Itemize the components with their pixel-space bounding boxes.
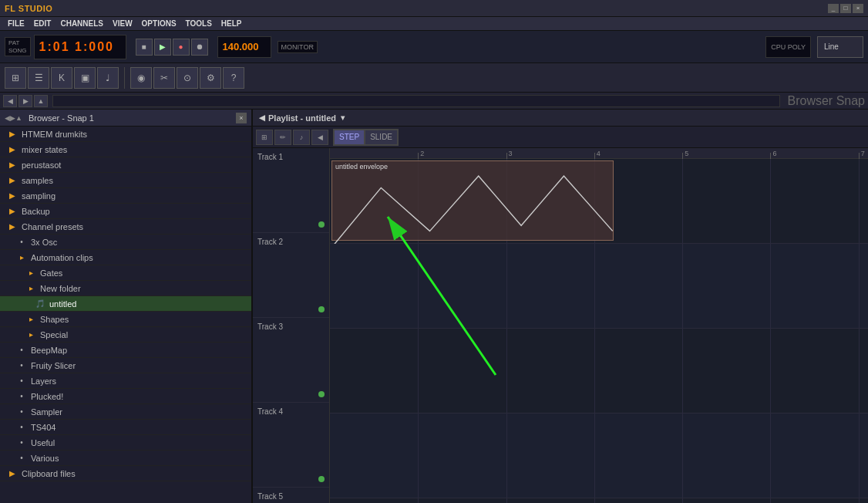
browser-item-icon-5: ▶ xyxy=(6,205,19,218)
track-row-3[interactable] xyxy=(330,414,868,498)
search-bar[interactable] xyxy=(52,95,780,107)
menu-item-help[interactable]: HELP xyxy=(217,19,247,29)
track-label-2: Track 3 xyxy=(253,318,329,403)
tool-mixer-btn[interactable]: ⊞ xyxy=(5,67,26,89)
step-btn[interactable]: STEP xyxy=(334,130,365,145)
play-btn[interactable]: ▶ xyxy=(154,39,171,56)
track-label-text-1: Track 2 xyxy=(257,238,283,246)
browser-item-20[interactable]: •Useful xyxy=(0,435,251,451)
browser-item-label-7: 3x Osc xyxy=(31,238,57,247)
sub-toolbar: ◀ ▶ ▲ Browser Snap xyxy=(0,93,868,110)
track-label-text-2: Track 3 xyxy=(257,322,283,331)
browser-item-icon-18: • xyxy=(15,406,28,418)
grid-line-1-5 xyxy=(770,244,771,328)
tool-browser-btn[interactable]: ▣ xyxy=(74,67,96,89)
browser-item-icon-15: • xyxy=(15,360,28,372)
sub-nav-up[interactable]: ▲ xyxy=(34,95,48,107)
tool-plugin-btn[interactable]: ♩ xyxy=(97,67,119,89)
browser-item-14[interactable]: •BeepMap xyxy=(0,343,251,358)
menu-item-options[interactable]: OPTIONS xyxy=(137,19,181,29)
app-title: FL STUDIO xyxy=(5,4,52,13)
track-label-3: Track 4 xyxy=(253,403,329,488)
slide-btn[interactable]: SLIDE xyxy=(365,130,398,145)
tool-slice-btn[interactable]: ✂ xyxy=(153,67,175,89)
envelope-clip-label: untitled envelope xyxy=(335,163,388,170)
browser-item-19[interactable]: •TS404 xyxy=(0,420,251,435)
grid-line-0-5 xyxy=(770,159,771,243)
close-btn[interactable]: × xyxy=(853,4,863,13)
browser-item-label-4: sampling xyxy=(22,191,56,201)
menu-item-channels[interactable]: CHANNELS xyxy=(56,19,108,29)
track-row-4[interactable] xyxy=(330,498,868,503)
menu-item-view[interactable]: VIEW xyxy=(108,19,137,29)
tool-record-btn[interactable]: ◉ xyxy=(130,67,152,89)
browser-item-21[interactable]: •Various xyxy=(0,451,251,466)
browser-item-18[interactable]: •Sampler xyxy=(0,404,251,420)
sub-nav-prev[interactable]: ◀ xyxy=(3,95,17,107)
envelope-clip[interactable]: untitled envelope xyxy=(331,160,614,241)
browser-item-6[interactable]: ▶Channel presets xyxy=(0,219,251,235)
browser-item-label-8: Automation clips xyxy=(31,253,93,262)
browser-item-0[interactable]: ▶HTMEM drumkits xyxy=(0,127,251,142)
tool-channels-btn[interactable]: ☰ xyxy=(28,67,49,89)
track-label-text-0: Track 1 xyxy=(257,153,283,161)
browser-item-22[interactable]: ▶Clipboard files xyxy=(0,466,251,481)
left-btn[interactable]: ◀ xyxy=(311,130,328,145)
grid-line-4-4 xyxy=(682,498,683,503)
browser-item-16[interactable]: •Layers xyxy=(0,373,251,389)
browser-close-btn[interactable]: × xyxy=(236,113,247,123)
snap-btn[interactable]: ⊞ xyxy=(256,130,273,145)
title-bar: FL STUDIO _ □ × xyxy=(0,0,868,17)
browser-item-13[interactable]: ▸Special xyxy=(0,327,251,343)
menu-item-edit[interactable]: EDIT xyxy=(29,19,56,29)
window-controls: _ □ × xyxy=(828,4,863,13)
timeline-ruler: 234567 xyxy=(330,148,868,159)
browser-item-9[interactable]: ▸Gates xyxy=(0,265,251,281)
browser-item-label-13: Special xyxy=(40,330,68,339)
browser-item-1[interactable]: ▶mixer states xyxy=(0,142,251,157)
browser-tree: ▶HTMEM drumkits▶mixer states▶perustasot▶… xyxy=(0,127,251,503)
record-stop-btn[interactable]: ⏺ xyxy=(191,39,208,56)
grid-line-2-5 xyxy=(770,329,771,413)
browser-item-icon-10: ▸ xyxy=(25,282,37,295)
browser-item-7[interactable]: •3x Osc xyxy=(0,235,251,250)
track-row-0[interactable]: untitled envelope xyxy=(330,159,868,244)
menu-item-file[interactable]: FILE xyxy=(3,19,29,29)
browser-item-label-9: Gates xyxy=(40,268,62,278)
menu-item-tools[interactable]: TOOLS xyxy=(181,19,217,29)
browser-item-15[interactable]: •Fruity Slicer xyxy=(0,358,251,373)
browser-item-12[interactable]: ▸Shapes xyxy=(0,312,251,327)
maximize-btn[interactable]: □ xyxy=(840,4,851,13)
record-btn[interactable]: ● xyxy=(173,39,190,56)
main-area: ◀▶▲ Browser - Snap 1 × ▶HTMEM drumkits▶m… xyxy=(0,110,868,503)
browser-item-5[interactable]: ▶Backup xyxy=(0,204,251,219)
note-btn[interactable]: ♪ xyxy=(293,130,310,145)
draw-btn[interactable]: ✏ xyxy=(274,130,291,145)
browser-item-label-5: Backup xyxy=(22,207,50,216)
bpm-display[interactable]: 140.000 xyxy=(217,36,271,58)
browser-item-10[interactable]: ▸New folder xyxy=(0,281,251,296)
tool-piano-btn[interactable]: K xyxy=(51,67,72,89)
browser-item-icon-16: • xyxy=(15,375,28,387)
timeline-area: 234567 untitled envelope xyxy=(330,148,868,503)
minimize-btn[interactable]: _ xyxy=(828,4,839,13)
browser-item-2[interactable]: ▶perustasot xyxy=(0,157,251,173)
playlist-header: ◀ Playlist - untitled ▾ xyxy=(253,110,868,127)
tool-settings-btn[interactable]: ⚙ xyxy=(200,67,221,89)
tool-help-btn[interactable]: ? xyxy=(223,67,244,89)
browser-item-11[interactable]: 🎵untitled xyxy=(0,296,251,312)
browser-item-label-6: Channel presets xyxy=(22,222,83,231)
browser-item-4[interactable]: ▶sampling xyxy=(0,188,251,204)
step-slide-container: STEP SLIDE xyxy=(333,129,399,146)
grid-line-2-6 xyxy=(859,329,860,413)
browser-item-3[interactable]: ▶samples xyxy=(0,173,251,188)
browser-item-17[interactable]: •Plucked! xyxy=(0,389,251,404)
grid-line-1-1 xyxy=(418,244,419,328)
track-row-2[interactable] xyxy=(330,329,868,414)
tool-zoom-btn[interactable]: ⊙ xyxy=(177,67,198,89)
stop-btn[interactable]: ■ xyxy=(136,39,153,56)
track-row-1[interactable] xyxy=(330,244,868,329)
sub-nav-next[interactable]: ▶ xyxy=(19,95,32,107)
position-display: 1:01 1:000 xyxy=(34,35,126,59)
browser-item-8[interactable]: ▸Automation clips xyxy=(0,250,251,265)
